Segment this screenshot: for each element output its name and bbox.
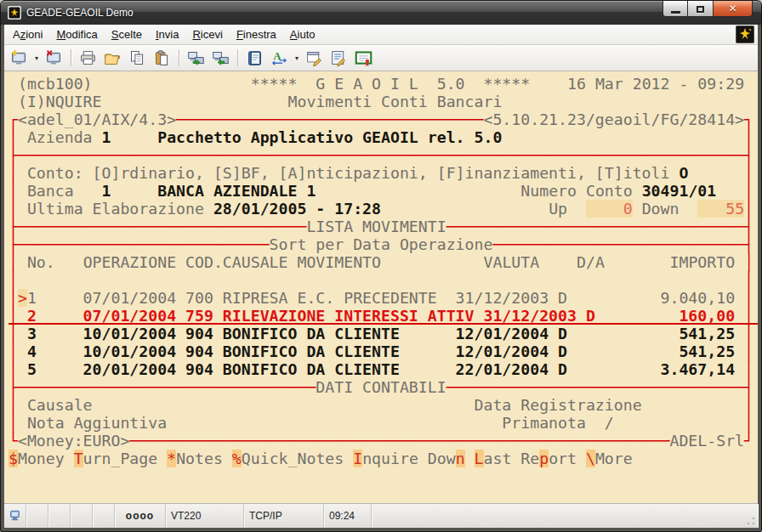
disconnect-button[interactable] bbox=[43, 48, 65, 69]
terminal-text-segment: ─────────────────────────── bbox=[18, 235, 270, 253]
terminal-text-segment bbox=[614, 414, 744, 432]
connect-button[interactable] bbox=[8, 48, 31, 69]
terminal-text-segment bbox=[37, 307, 83, 325]
terminal-text-segment: Nota Aggiuntiva bbox=[18, 414, 167, 432]
terminal-text-segment bbox=[111, 182, 157, 200]
menu-item-finestra[interactable]: Finestra bbox=[230, 25, 283, 43]
status-cell-5: oooo bbox=[115, 504, 166, 528]
font-button[interactable]: A bbox=[268, 48, 291, 69]
terminal-text-segment: <Money:EURO> bbox=[18, 432, 129, 450]
menu-item-modifica[interactable]: Modifica bbox=[49, 25, 104, 43]
terminal-text-segment: ┤ bbox=[744, 378, 753, 396]
terminal-text-segment: 160,00 bbox=[679, 307, 735, 325]
terminal-text-segment: ├ bbox=[9, 378, 18, 396]
terminal-text-segment: 10/01/2004 904 BONIFICO DA CLIENTE bbox=[83, 342, 400, 360]
terminal-text-segment bbox=[502, 128, 744, 146]
terminal-text-segment: │ bbox=[9, 396, 18, 414]
terminal-text-segment bbox=[381, 253, 483, 271]
terminal-text-segment: │ bbox=[744, 325, 753, 342]
terminal-text-segment: O bbox=[679, 164, 688, 182]
terminal-text-segment bbox=[93, 396, 475, 414]
status-cell-4 bbox=[93, 504, 115, 528]
terminal-text-segment: │ bbox=[9, 414, 18, 432]
send-file-button[interactable] bbox=[185, 48, 208, 69]
minimize-button[interactable] bbox=[662, 1, 688, 17]
menu-item-ricevi[interactable]: Ricevi bbox=[185, 25, 229, 43]
terminal-text-segment: VALUTA bbox=[483, 253, 539, 271]
terminal-text-segment: Movimenti Conti Bancari bbox=[288, 93, 503, 110]
terminal-text-segment bbox=[735, 360, 744, 378]
terminal-line-22: $Money Turn_Page *Notes %Quick_Notes Inq… bbox=[9, 450, 758, 467]
terminal-text-segment bbox=[437, 289, 456, 307]
terminal-text-segment: > bbox=[18, 289, 27, 307]
terminal-text-segment: I bbox=[353, 450, 362, 467]
print-icon bbox=[79, 49, 97, 67]
terminal-text-segment: 12/01/2004 D bbox=[456, 342, 567, 360]
open-folder-button[interactable] bbox=[101, 48, 124, 69]
terminal-line-6: │ Conto: [O]rdinario, [S]BF, [A]nticipaz… bbox=[9, 164, 758, 182]
window-icon bbox=[8, 6, 21, 20]
copy-button[interactable] bbox=[126, 48, 149, 69]
receive-file-icon bbox=[212, 49, 230, 67]
terminal-text-segment: L bbox=[475, 450, 484, 467]
terminal-text-segment bbox=[595, 307, 680, 325]
terminal-text-segment: OPERAZIONE COD.CAUSALE MOVIMENTO bbox=[83, 253, 381, 271]
terminal-line-23 bbox=[9, 467, 758, 485]
terminal-text-segment: │ bbox=[9, 307, 18, 325]
receive-file-button[interactable] bbox=[209, 48, 232, 69]
menu-item-invia[interactable]: Invia bbox=[149, 25, 185, 43]
menu-item-azioni[interactable]: Azioni bbox=[6, 25, 49, 43]
terminal-text-segment: ***** G E A O I L 5.0 ***** bbox=[251, 75, 531, 93]
terminal-text-segment bbox=[111, 128, 157, 146]
terminal-screen[interactable]: (mcb100) ***** G E A O I L 5.0 ***** 16 … bbox=[4, 71, 758, 503]
terminal-text-segment: 1 bbox=[102, 182, 111, 200]
menu-item-scelte[interactable]: Scelte bbox=[105, 25, 149, 43]
edit-session-button[interactable] bbox=[303, 48, 326, 69]
terminal-text-segment bbox=[735, 325, 744, 342]
quick-notes-button[interactable] bbox=[327, 48, 350, 69]
terminal-text-segment bbox=[37, 325, 83, 342]
terminal-text-segment bbox=[688, 164, 744, 182]
connect-dropdown-button[interactable]: ▾ bbox=[32, 48, 41, 69]
terminal-text-segment bbox=[400, 342, 456, 360]
send-file-icon bbox=[187, 49, 205, 67]
close-icon: ✕ bbox=[728, 3, 736, 14]
disconnect-icon bbox=[45, 49, 63, 67]
terminal-line-1: (mcb100) ***** G E A O I L 5.0 ***** 16 … bbox=[9, 75, 758, 93]
toolbar-separator bbox=[237, 49, 238, 66]
terminal-text-segment: └ bbox=[9, 432, 18, 450]
certificate-button[interactable] bbox=[352, 48, 375, 69]
terminal-text-segment bbox=[586, 414, 605, 432]
terminal-text-segment: │ bbox=[9, 289, 18, 307]
paste-button[interactable] bbox=[151, 48, 173, 69]
terminal-text-segment: │ bbox=[9, 253, 18, 271]
print-button[interactable] bbox=[77, 48, 100, 69]
terminal-text-segment: │ bbox=[9, 182, 18, 200]
app-logo-icon bbox=[736, 25, 754, 43]
terminal-line-13: │>1 07/01/2004 700 RIPRESA E.C. PRECEDEN… bbox=[9, 289, 758, 307]
terminal-text-segment: ──────────────────────────────── bbox=[18, 378, 316, 396]
menu-item-aiuto[interactable]: Aiuto bbox=[283, 25, 322, 43]
certificate-icon bbox=[355, 49, 372, 67]
title-bar[interactable]: GEADE-GEAOIL Demo ✕ bbox=[1, 1, 761, 25]
terminal-text-segment: │ bbox=[9, 342, 18, 360]
terminal-text-segment: Banca bbox=[18, 182, 102, 200]
terminal-text-segment: 07/01/2004 759 RILEVAZIONE INTERESSI ATT… bbox=[83, 307, 595, 325]
minimize-icon bbox=[671, 11, 680, 14]
close-button[interactable]: ✕ bbox=[714, 1, 753, 17]
application-window: GEADE-GEAOIL Demo ✕ AzioniModificaScelte… bbox=[0, 0, 762, 532]
terminal-text-segment: ┌ bbox=[9, 110, 18, 128]
address-book-button[interactable] bbox=[243, 48, 266, 69]
terminal-text-segment: 31/12/2003 D bbox=[456, 289, 567, 307]
terminal-text-segment: 5 bbox=[18, 360, 37, 378]
status-cell-9 bbox=[372, 504, 758, 528]
terminal-text-segment bbox=[37, 360, 83, 378]
terminal-text-segment: 20/01/2004 904 BONIFICO DA CLIENTE bbox=[83, 360, 400, 378]
terminal-text-segment: BANCA AZIENDALE 1 bbox=[157, 182, 316, 200]
terminal-text-segment: Up bbox=[549, 200, 567, 218]
terminal-text-segment: ────────────────────────────────────────… bbox=[18, 146, 744, 164]
maximize-button[interactable] bbox=[688, 1, 714, 17]
font-dropdown-button[interactable]: ▾ bbox=[293, 48, 301, 69]
terminal-line-3: ┌<adel_01/AIX/4.3>──────────────────────… bbox=[9, 110, 758, 128]
resize-grip[interactable] bbox=[747, 517, 755, 525]
